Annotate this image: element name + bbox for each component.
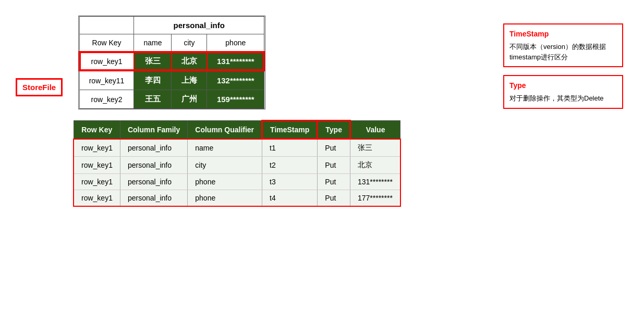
physical-cell: 177******** [350, 190, 400, 206]
annotation-type: Type 对于删除操作，其类型为Delete [503, 75, 623, 109]
annotations-panel: TimeStamp 不同版本（version）的数据根据timestamp进行区… [503, 23, 623, 109]
physical-cell: row_key1 [74, 190, 120, 206]
annotation-timestamp: TimeStamp 不同版本（version）的数据根据timestamp进行区… [503, 23, 623, 67]
physical-cell: phone [188, 173, 262, 190]
logical-row-key: row_key1 [79, 52, 134, 71]
logical-cell-city: 上海 [172, 71, 207, 90]
main-container: StoreFile personal_info Row Key name cit… [0, 0, 644, 312]
physical-cell: personal_info [120, 139, 187, 157]
logical-cell-city: 北京 [172, 52, 207, 71]
family-header: personal_info [134, 17, 264, 34]
physical-row: row_key1personal_infocityt2Put北京 [74, 156, 400, 173]
physical-cell: row_key1 [74, 173, 120, 190]
logical-cell-phone: 159******** [207, 90, 264, 109]
physical-cell: Put [318, 173, 350, 190]
physical-cell: personal_info [120, 156, 187, 173]
physical-header-column-family: Column Family [120, 121, 187, 139]
col-header-city: city [172, 34, 207, 52]
logical-table-wrapper: personal_info Row Key name city phone ro… [78, 16, 265, 109]
physical-cell: Put [318, 156, 350, 173]
annotation-timestamp-title: TimeStamp [509, 29, 617, 40]
logical-cell-name: 王五 [134, 90, 172, 109]
physical-cell: name [188, 139, 262, 157]
physical-header-timestamp: TimeStamp [262, 121, 318, 139]
physical-cell: t3 [262, 173, 318, 190]
physical-cell: Put [318, 190, 350, 206]
physical-row: row_key1personal_infophonet3Put131******… [74, 173, 400, 190]
physical-cell: personal_info [120, 173, 187, 190]
logical-cell-name: 李四 [134, 71, 172, 90]
physical-cell: t4 [262, 190, 318, 206]
physical-row: row_key1personal_infonamet1Put张三 [74, 139, 400, 157]
physical-cell: 张三 [350, 139, 400, 157]
physical-cell: t2 [262, 156, 318, 173]
physical-header-column-qualifier: Column Qualifier [188, 121, 262, 139]
logical-cell-city: 广州 [172, 90, 207, 109]
col-header-name: name [134, 34, 172, 52]
physical-table: Row KeyColumn FamilyColumn QualifierTime… [73, 120, 401, 207]
physical-header-row-key: Row Key [74, 121, 120, 139]
col-header-phone: phone [207, 34, 264, 52]
logical-cell-phone: 131******** [207, 52, 264, 71]
empty-header [79, 17, 134, 34]
logical-cell-name: 张三 [134, 52, 172, 71]
physical-cell: personal_info [120, 190, 187, 206]
logical-row-key: row_key2 [79, 90, 134, 109]
top-section: StoreFile personal_info Row Key name cit… [16, 16, 634, 109]
physical-header-value: Value [350, 121, 400, 139]
physical-cell: 131******** [350, 173, 400, 190]
annotation-timestamp-body: 不同版本（version）的数据根据timestamp进行区分 [509, 42, 617, 62]
physical-row: row_key1personal_infophonet4Put177******… [74, 190, 400, 206]
logical-cell-phone: 132******** [207, 71, 264, 90]
physical-header-type: Type [318, 121, 350, 139]
annotation-type-body: 对于删除操作，其类型为Delete [509, 93, 617, 104]
physical-cell: row_key1 [74, 156, 120, 173]
annotation-type-title: Type [509, 80, 617, 91]
logical-row-key: row_key11 [79, 71, 134, 90]
physical-cell: 北京 [350, 156, 400, 173]
bottom-section: Row KeyColumn FamilyColumn QualifierTime… [73, 120, 401, 207]
col-header-rowkey: Row Key [79, 34, 134, 52]
logical-table: personal_info Row Key name city phone ro… [79, 16, 264, 109]
physical-cell: city [188, 156, 262, 173]
physical-cell: phone [188, 190, 262, 206]
physical-cell: Put [318, 139, 350, 157]
physical-cell: row_key1 [74, 139, 120, 157]
physical-cell: t1 [262, 139, 318, 157]
storefile-label: StoreFile [16, 78, 63, 96]
